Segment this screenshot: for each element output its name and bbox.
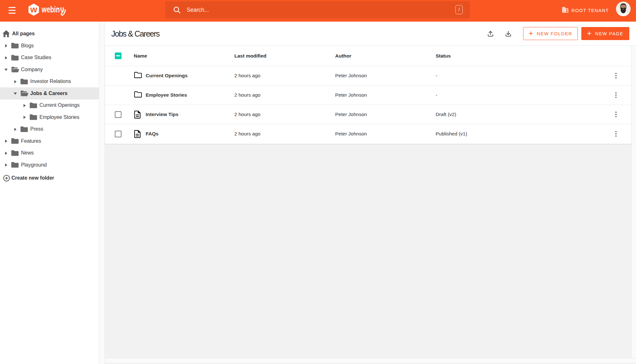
svg-text:w: w (30, 5, 38, 14)
svg-text:webin: webin (42, 5, 60, 14)
